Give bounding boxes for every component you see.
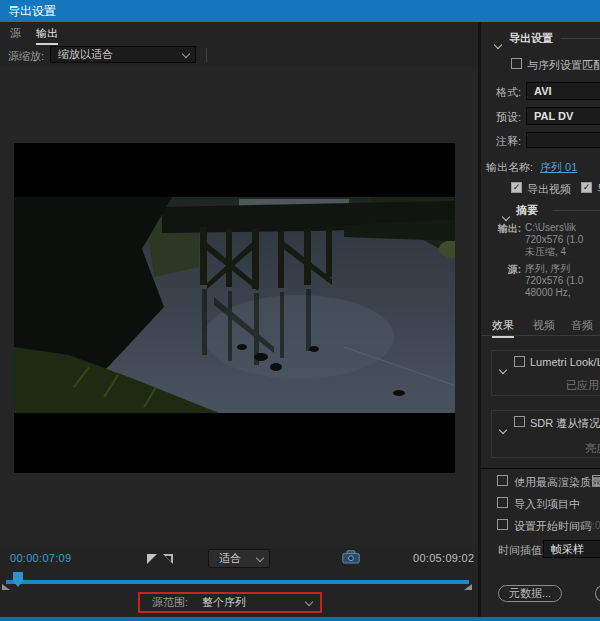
view-zoom-dropdown[interactable]: 适合 bbox=[208, 549, 270, 568]
set-start-timecode-checkbox[interactable] bbox=[497, 519, 508, 530]
summary-source-line: 序列, 序列 bbox=[525, 263, 571, 275]
source-range-row: 源范围: 整个序列 bbox=[0, 590, 478, 616]
source-scaling-row: 源缩放: 缩放以适合 bbox=[0, 44, 478, 66]
options-separator bbox=[481, 468, 600, 469]
comments-label: 注释: bbox=[481, 134, 521, 149]
timeline-track[interactable] bbox=[6, 580, 469, 584]
tabbar-rule bbox=[481, 335, 600, 336]
tab-audio[interactable]: 音频 bbox=[571, 318, 593, 333]
summary-source-line: 720x576 (1.0 bbox=[525, 275, 583, 287]
transport-bar: 00:00:07:09 适合 00:05:09:02 bbox=[0, 545, 478, 575]
summary-output-line: C:\Users\lik bbox=[525, 222, 576, 234]
video-preview-area bbox=[0, 66, 478, 545]
toolbar-divider bbox=[206, 48, 207, 62]
source-scaling-dropdown[interactable]: 缩放以适合 bbox=[50, 46, 196, 63]
bottom-accent-line bbox=[0, 617, 600, 621]
tab-video[interactable]: 视频 bbox=[533, 318, 555, 333]
comments-field[interactable] bbox=[526, 132, 600, 148]
source-scaling-value: 缩放以适合 bbox=[58, 47, 113, 62]
tab-source[interactable]: 源 bbox=[10, 26, 21, 41]
annotation-highlight-box: 源范围: 整个序列 bbox=[138, 592, 322, 613]
preset-label: 预设: bbox=[481, 110, 521, 125]
export-settings-pane: 导出设置 与序列设置匹配 格式: AVI 预设: PAL DV 注释: 输出名称… bbox=[481, 22, 600, 617]
source-scaling-label: 源缩放: bbox=[8, 49, 44, 64]
source-range-label: 源范围: bbox=[152, 595, 188, 610]
interpolation-dropdown[interactable]: 帧采样 bbox=[543, 540, 600, 558]
match-sequence-checkbox[interactable] bbox=[511, 58, 522, 69]
chevron-down-icon bbox=[182, 49, 190, 57]
summary-header: 摘要 bbox=[516, 203, 538, 218]
view-zoom-value: 适合 bbox=[219, 551, 241, 566]
video-frame bbox=[14, 143, 455, 473]
highest-quality-checkbox[interactable] bbox=[497, 475, 508, 486]
set-out-point-icon[interactable] bbox=[163, 554, 173, 564]
queue-button-partial[interactable] bbox=[595, 585, 600, 602]
export-settings-dialog: 导出设置 源 输出 源缩放: 缩放以适合 bbox=[0, 0, 600, 621]
set-in-point-icon[interactable] bbox=[147, 554, 157, 564]
tab-output[interactable]: 输出 bbox=[36, 26, 58, 45]
lumetri-label: Lumetri Look/LUT bbox=[530, 356, 600, 368]
summary-source-label: 源: bbox=[481, 263, 521, 277]
lumetri-status: 已应用 bbox=[566, 378, 599, 393]
match-sequence-label: 与序列设置匹配 bbox=[527, 58, 600, 73]
import-into-project-checkbox[interactable] bbox=[497, 497, 508, 508]
effects-tabbar: 效果 视频 音频 bbox=[481, 315, 600, 336]
disclosure-open-icon[interactable] bbox=[500, 419, 506, 437]
export-settings-header: 导出设置 bbox=[509, 31, 553, 46]
playhead-icon[interactable] bbox=[13, 572, 23, 587]
duration-timecode: 00:05:09:02 bbox=[413, 552, 474, 564]
preset-value: PAL DV bbox=[534, 110, 573, 122]
use-previews-checkbox[interactable] bbox=[592, 475, 600, 486]
sdr-status: 亮度 bbox=[585, 441, 600, 456]
summary-rule bbox=[553, 210, 600, 211]
format-value: AVI bbox=[534, 85, 552, 97]
output-name-label: 输出名称: bbox=[481, 160, 533, 175]
dialog-title: 导出设置 bbox=[0, 0, 600, 22]
disclosure-open-icon[interactable] bbox=[495, 34, 501, 52]
preset-dropdown[interactable]: PAL DV bbox=[526, 107, 600, 125]
interpolation-label: 时间插值: bbox=[498, 543, 545, 558]
metadata-button[interactable]: 元数据... bbox=[498, 585, 562, 602]
current-timecode: 00:00:07:09 bbox=[10, 552, 71, 564]
format-dropdown[interactable]: AVI bbox=[526, 82, 600, 100]
sdr-checkbox[interactable] bbox=[514, 416, 525, 427]
header-rule bbox=[561, 38, 600, 39]
disclosure-open-icon[interactable] bbox=[500, 359, 506, 377]
chevron-down-icon[interactable] bbox=[305, 597, 313, 605]
export-video-checkbox[interactable] bbox=[511, 182, 522, 193]
preview-pane: 源 输出 源缩放: 缩放以适合 bbox=[0, 22, 481, 617]
export-audio-checkbox[interactable] bbox=[581, 182, 592, 193]
output-name-link[interactable]: 序列 01 bbox=[540, 160, 577, 175]
start-timecode-value: 00:0 bbox=[581, 520, 600, 531]
lumetri-checkbox[interactable] bbox=[514, 356, 525, 367]
import-into-project-label: 导入到项目中 bbox=[514, 497, 580, 512]
summary-output-line: 720x576 (1.0 bbox=[525, 234, 583, 246]
format-label: 格式: bbox=[481, 85, 521, 100]
export-video-label: 导出视频 bbox=[527, 182, 571, 197]
set-start-timecode-label: 设置开始时间码 bbox=[514, 519, 591, 534]
source-output-tabbar: 源 输出 bbox=[0, 22, 478, 44]
interpolation-value: 帧采样 bbox=[551, 542, 584, 557]
video-still-image bbox=[14, 197, 455, 413]
export-frame-camera-icon[interactable] bbox=[342, 550, 360, 564]
highest-quality-label: 使用最高渲染质量 bbox=[514, 475, 600, 490]
chevron-down-icon bbox=[256, 553, 264, 561]
source-range-value[interactable]: 整个序列 bbox=[202, 595, 246, 610]
summary-output-label: 输出: bbox=[481, 222, 521, 236]
summary-source-line: 48000 Hz, bbox=[525, 287, 571, 299]
summary-output-line: 未压缩, 4 bbox=[525, 246, 566, 258]
sdr-label: SDR 遵从情况 bbox=[530, 416, 600, 431]
timeline-scrubber bbox=[0, 572, 478, 592]
